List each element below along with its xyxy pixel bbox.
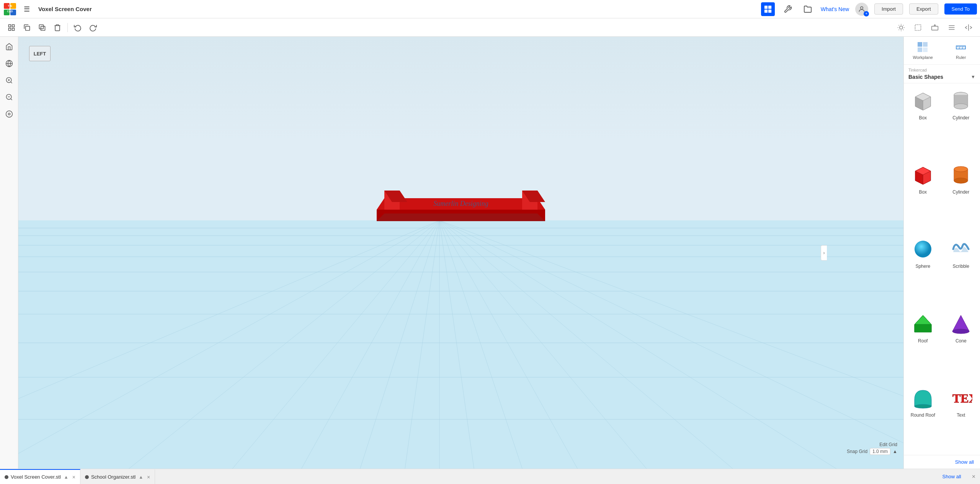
home-nav-btn[interactable] bbox=[2, 40, 16, 54]
shape-box-gray[interactable]: Box bbox=[904, 83, 942, 158]
shape-cylinder-orange[interactable]: Cylinder bbox=[942, 158, 980, 232]
show-all-tabs-btn[interactable]: Show all bbox=[936, 474, 967, 479]
tools-btn[interactable] bbox=[781, 2, 795, 16]
svg-point-106 bbox=[954, 178, 968, 183]
show-all-btn[interactable]: Show all bbox=[904, 455, 980, 469]
svg-rect-10 bbox=[768, 9, 771, 12]
cube-face-left[interactable]: LEFT bbox=[29, 46, 51, 61]
svg-rect-84 bbox=[918, 42, 922, 47]
tab-expand-school[interactable]: ▲ bbox=[139, 474, 143, 480]
view-cube[interactable]: LEFT bbox=[24, 43, 55, 64]
new-design-btn[interactable] bbox=[5, 21, 18, 34]
svg-point-113 bbox=[952, 329, 969, 334]
orbit-nav-btn[interactable] bbox=[2, 57, 16, 70]
3d-object[interactable]: Sumerlin Designing bbox=[361, 175, 560, 261]
svg-rect-16 bbox=[26, 26, 30, 30]
tab-voxel[interactable]: Voxel Screen Cover.stl ▲ × bbox=[0, 469, 80, 484]
snap-grid-label: Snap Grid bbox=[847, 449, 867, 454]
shape-roof[interactable]: Roof bbox=[904, 306, 942, 381]
shapes-dropdown-btn[interactable]: Basic Shapes ▼ bbox=[908, 74, 975, 80]
shape-cone[interactable]: Cone bbox=[942, 306, 980, 381]
panel-collapse-btn[interactable]: › bbox=[821, 245, 827, 261]
3d-object-svg: Sumerlin Designing bbox=[361, 175, 560, 259]
shapes-dropdown-label: Basic Shapes bbox=[908, 74, 943, 80]
svg-text:Sumerlin Designing: Sumerlin Designing bbox=[433, 200, 488, 207]
ruler-label: Ruler bbox=[956, 55, 966, 60]
svg-marker-82 bbox=[377, 213, 545, 221]
bottom-bar: Voxel Screen Cover.stl ▲ × School Organi… bbox=[0, 469, 980, 484]
duplicate-btn[interactable] bbox=[20, 21, 34, 34]
shape-round-roof-label: Round Roof bbox=[911, 412, 935, 418]
rect-select-btn[interactable] bbox=[911, 21, 925, 34]
svg-rect-86 bbox=[918, 47, 922, 52]
topbar-right: What's New + Import Export Send To bbox=[761, 2, 977, 16]
export-btn[interactable]: Export bbox=[909, 3, 938, 15]
user-icon[interactable]: + bbox=[855, 3, 868, 16]
shape-cylinder-orange-label: Cylinder bbox=[952, 189, 969, 195]
hamburger-menu[interactable]: ☰ bbox=[20, 2, 34, 16]
shape-roof-label: Roof bbox=[918, 338, 928, 344]
shape-box-red[interactable]: Box bbox=[904, 158, 942, 232]
import-btn[interactable]: Import bbox=[874, 3, 903, 15]
shape-scribble[interactable]: Scribble bbox=[942, 232, 980, 306]
workplane-tool-btn[interactable] bbox=[928, 21, 942, 34]
mirror-btn[interactable] bbox=[962, 21, 975, 34]
tab-school[interactable]: School Organizer.stl ▲ × bbox=[80, 469, 155, 484]
ruler-btn[interactable]: Ruler bbox=[942, 40, 980, 61]
svg-rect-17 bbox=[39, 24, 44, 29]
app-logo[interactable]: TIN CAD bbox=[3, 2, 17, 16]
svg-line-26 bbox=[899, 29, 899, 30]
svg-text:TIN: TIN bbox=[8, 5, 12, 7]
send-to-btn[interactable]: Send To bbox=[944, 3, 977, 15]
svg-rect-28 bbox=[915, 24, 921, 30]
shape-text-3d[interactable]: TEXT Text bbox=[942, 381, 980, 455]
workplane-btn[interactable]: Workplane bbox=[904, 40, 942, 61]
whats-new-btn[interactable]: What's New bbox=[821, 6, 849, 12]
svg-line-23 bbox=[903, 29, 903, 30]
viewport[interactable]: Sumerlin Designing LEFT Edit Grid Snap G… bbox=[18, 37, 903, 469]
svg-rect-87 bbox=[923, 47, 928, 52]
edit-grid-label[interactable]: Edit Grid bbox=[879, 442, 897, 447]
align-btn[interactable] bbox=[945, 21, 959, 34]
grid-view-btn[interactable] bbox=[761, 2, 775, 16]
svg-rect-29 bbox=[932, 26, 938, 30]
svg-text:CAD: CAD bbox=[7, 10, 13, 13]
copy-btn[interactable] bbox=[35, 21, 49, 34]
redo-btn[interactable] bbox=[86, 21, 100, 34]
svg-rect-13 bbox=[12, 24, 15, 27]
shape-cylinder-gray-label: Cylinder bbox=[952, 115, 969, 121]
tab-close-voxel[interactable]: × bbox=[72, 474, 75, 480]
shape-sphere[interactable]: Sphere bbox=[904, 232, 942, 306]
svg-point-11 bbox=[861, 7, 863, 9]
toolbar bbox=[0, 18, 980, 37]
reset-view-btn[interactable] bbox=[2, 107, 16, 121]
shapes-header: Tinkercad Basic Shapes ▼ bbox=[904, 65, 980, 83]
zoom-in-btn[interactable] bbox=[2, 73, 16, 87]
tab-expand-voxel[interactable]: ▲ bbox=[64, 474, 69, 480]
snap-grid-toggle[interactable]: ▲ bbox=[893, 449, 897, 454]
snap-grid-value: 1.0 mm bbox=[870, 448, 890, 455]
panel-tools: Workplane Ruler bbox=[904, 37, 980, 65]
light-btn[interactable] bbox=[894, 21, 908, 34]
close-all-btn[interactable]: × bbox=[967, 473, 980, 480]
svg-marker-110 bbox=[915, 315, 931, 324]
shape-cone-label: Cone bbox=[956, 338, 967, 344]
undo-btn[interactable] bbox=[71, 21, 85, 34]
toolbar-separator-1 bbox=[67, 23, 68, 32]
shape-round-roof[interactable]: Round Roof bbox=[904, 381, 942, 455]
shape-scribble-label: Scribble bbox=[953, 264, 969, 269]
tab-label-school: School Organizer.stl bbox=[91, 474, 136, 480]
svg-text:TEXT: TEXT bbox=[952, 391, 972, 405]
zoom-out-btn[interactable] bbox=[2, 90, 16, 104]
delete-btn[interactable] bbox=[51, 21, 64, 34]
svg-point-108 bbox=[915, 241, 931, 257]
shape-sphere-label: Sphere bbox=[915, 264, 930, 269]
tab-dot-school bbox=[85, 475, 89, 479]
toolbar-right bbox=[894, 21, 975, 34]
shape-box-red-label: Box bbox=[919, 189, 927, 195]
tinkercad-brand: Tinkercad bbox=[908, 68, 975, 72]
shape-cylinder-gray[interactable]: Cylinder bbox=[942, 83, 980, 158]
svg-point-107 bbox=[954, 166, 968, 172]
tab-close-school[interactable]: × bbox=[147, 474, 150, 480]
projects-btn[interactable] bbox=[801, 2, 815, 16]
